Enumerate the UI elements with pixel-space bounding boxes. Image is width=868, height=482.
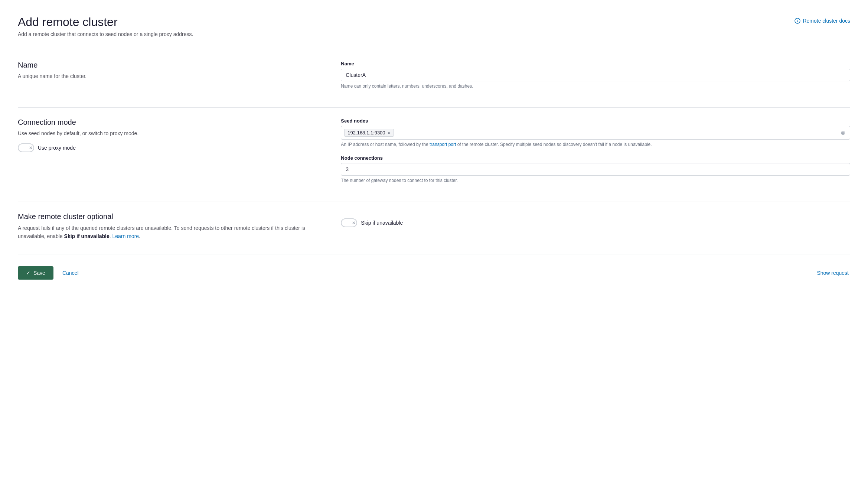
- node-connections-hint: The number of gateway nodes to connect t…: [341, 178, 850, 184]
- skip-unavailable-x-icon: ✕: [352, 220, 355, 225]
- seed-nodes-clear-button[interactable]: ⊗: [839, 128, 847, 137]
- name-field-label: Name: [341, 61, 850, 66]
- seed-nodes-label: Seed nodes: [341, 118, 850, 124]
- skip-unavailable-toggle-row: ✕ Skip if unavailable: [341, 218, 850, 227]
- optional-desc-period: .: [139, 233, 140, 239]
- cancel-button[interactable]: Cancel: [61, 266, 80, 280]
- node-connections-field-group: Node connections The number of gateway n…: [341, 155, 850, 184]
- page-title: Add remote cluster: [18, 15, 118, 29]
- page-subtitle: Add a remote cluster that connects to se…: [18, 31, 850, 37]
- content-layout: Name A unique name for the cluster. Name…: [18, 51, 850, 282]
- save-checkmark-icon: ✓: [26, 270, 30, 276]
- show-request-button[interactable]: Show request: [815, 266, 850, 280]
- transport-port-link[interactable]: transport port: [430, 142, 456, 147]
- connection-section-desc: Use seed nodes by default, or switch to …: [18, 130, 311, 137]
- name-section-desc: A unique name for the cluster.: [18, 72, 311, 80]
- seed-nodes-hint: An IP address or host name, followed by …: [341, 141, 850, 148]
- seed-node-remove-button[interactable]: ×: [387, 130, 391, 136]
- name-field-hint: Name can only contain letters, numbers, …: [341, 83, 850, 89]
- optional-section-title: Make remote cluster optional: [18, 212, 311, 221]
- optional-desc-before: A request fails if any of the queried re…: [18, 225, 305, 239]
- name-input[interactable]: [341, 69, 850, 81]
- seed-nodes-hint-before: An IP address or host name, followed by …: [341, 142, 430, 147]
- seed-nodes-hint-after: of the remote cluster. Specify multiple …: [456, 142, 652, 147]
- skip-unavailable-slider: ✕: [341, 218, 357, 227]
- page-header: Add remote cluster i Remote cluster docs: [18, 15, 850, 29]
- connection-section-title: Connection mode: [18, 118, 311, 127]
- learn-more-link[interactable]: Learn more: [112, 233, 139, 239]
- seed-nodes-field-group: Seed nodes 192.168.1.1:9300 × ⊗ An IP ad…: [341, 118, 850, 148]
- seed-nodes-input[interactable]: 192.168.1.1:9300 × ⊗: [341, 126, 850, 140]
- seed-node-tag: 192.168.1.1:9300 ×: [344, 129, 394, 137]
- name-field-group: Name Name can only contain letters, numb…: [341, 61, 850, 89]
- optional-desc-bold: Skip if unavailable: [64, 233, 110, 239]
- seed-node-value: 192.168.1.1:9300: [347, 130, 385, 136]
- save-button-label: Save: [33, 270, 45, 276]
- svg-text:i: i: [797, 19, 798, 23]
- connection-section-left: Connection mode Use seed nodes by defaul…: [18, 108, 326, 202]
- connection-section-right: Seed nodes 192.168.1.1:9300 × ⊗ An IP ad…: [326, 108, 850, 202]
- docs-icon: i: [794, 18, 800, 24]
- optional-section-right: ✕ Skip if unavailable: [326, 202, 850, 251]
- docs-link[interactable]: i Remote cluster docs: [794, 18, 850, 24]
- node-connections-input[interactable]: [341, 163, 850, 176]
- proxy-mode-label: Use proxy mode: [38, 145, 76, 151]
- proxy-mode-toggle[interactable]: ✕: [18, 143, 34, 152]
- proxy-mode-x-icon: ✕: [29, 146, 32, 150]
- optional-section-desc: A request fails if any of the queried re…: [18, 224, 311, 241]
- name-section-left: Name A unique name for the cluster.: [18, 51, 326, 107]
- name-section-title: Name: [18, 61, 311, 69]
- skip-unavailable-toggle[interactable]: ✕: [341, 218, 357, 227]
- name-section-right: Name Name can only contain letters, numb…: [326, 51, 850, 107]
- proxy-mode-toggle-row: ✕ Use proxy mode: [18, 143, 311, 152]
- proxy-mode-slider: ✕: [18, 143, 34, 152]
- skip-unavailable-label: Skip if unavailable: [361, 220, 403, 226]
- node-connections-label: Node connections: [341, 155, 850, 161]
- save-button[interactable]: ✓ Save: [18, 266, 53, 280]
- optional-section-left: Make remote cluster optional A request f…: [18, 202, 326, 251]
- footer-actions: ✓ Save Cancel Show request: [18, 254, 850, 283]
